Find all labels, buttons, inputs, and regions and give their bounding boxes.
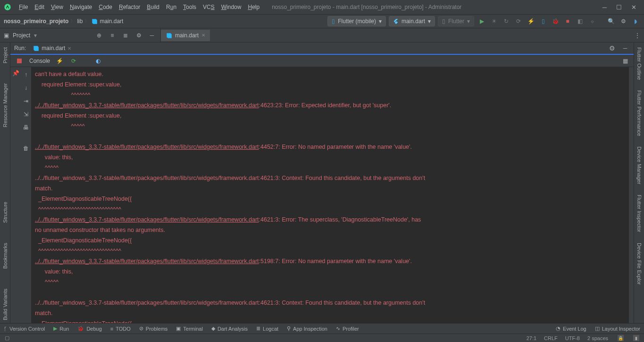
- tool-logcat[interactable]: ≣Logcat: [256, 325, 278, 332]
- tool-todo[interactable]: ≡TODO: [110, 326, 131, 332]
- lock-icon[interactable]: 🔒: [618, 335, 624, 341]
- status-position[interactable]: 27:1: [527, 335, 536, 341]
- status-encoding[interactable]: UTF-8: [565, 335, 580, 341]
- stop-button[interactable]: ■: [563, 17, 572, 26]
- close-icon[interactable]: ✕: [67, 46, 71, 51]
- tab-flutter-outline[interactable]: Flutter Outline: [636, 44, 642, 83]
- tab-structure[interactable]: Structure: [2, 199, 8, 226]
- git-button[interactable]: ◧: [575, 17, 585, 26]
- tool-dart-analysis[interactable]: ◆Dart Analysis: [211, 325, 248, 332]
- tab-flutter-inspector[interactable]: Flutter Inspector: [636, 192, 642, 235]
- tab-resource-manager[interactable]: Resource Manager: [2, 80, 8, 130]
- maximize-button[interactable]: ☐: [616, 4, 622, 11]
- expand-all-icon[interactable]: ≡: [108, 31, 117, 40]
- tab-bookmarks[interactable]: Bookmarks: [2, 240, 8, 272]
- tab-device-file-explorer[interactable]: Device File Explor: [636, 240, 642, 288]
- flutter-attach-selector[interactable]: ▯ Flutter ▾: [438, 16, 474, 26]
- tab-device-manager[interactable]: Device Manager: [636, 144, 642, 187]
- menu-build[interactable]: Build: [144, 2, 162, 12]
- open-devtools-icon[interactable]: ◐: [93, 56, 103, 66]
- menu-refactor[interactable]: Refactor: [116, 2, 143, 12]
- breadcrumb-project[interactable]: nosso_primeiro_projeto: [4, 18, 68, 25]
- hide-icon[interactable]: ─: [147, 31, 157, 40]
- layout-settings-icon[interactable]: ▦: [620, 56, 630, 66]
- select-opened-file-icon[interactable]: ⊕: [94, 31, 104, 40]
- minimize-button[interactable]: ─: [602, 4, 607, 11]
- chevron-down-icon[interactable]: ▾: [34, 32, 37, 39]
- attach-debugger-button[interactable]: ▯: [538, 17, 548, 26]
- status-eol[interactable]: CRLF: [544, 335, 558, 341]
- svg-point-0: [4, 4, 10, 10]
- console-output[interactable]: can't have a default value. required Ele…: [31, 67, 629, 323]
- sync-button[interactable]: ⟐: [587, 17, 597, 26]
- menu-window[interactable]: Window: [218, 2, 244, 12]
- collapse-all-icon[interactable]: ≣: [121, 31, 130, 40]
- pin-icon[interactable]: 📌: [12, 70, 19, 77]
- warning-icon: ⊘: [139, 325, 143, 332]
- clear-icon[interactable]: 🗑: [21, 144, 31, 153]
- dart-file-icon: [33, 45, 39, 51]
- profile-avatar[interactable]: ◗: [631, 17, 640, 26]
- stop-process-button[interactable]: [17, 59, 22, 63]
- close-button[interactable]: ✕: [631, 4, 636, 11]
- memory-indicator[interactable]: ▮: [633, 335, 639, 341]
- search-button[interactable]: 🔍: [606, 17, 616, 26]
- tool-event-log[interactable]: ◔Event Log: [556, 325, 586, 332]
- menu-help[interactable]: Help: [245, 2, 262, 12]
- tab-build-variants[interactable]: Build Variants: [2, 286, 8, 323]
- tool-layout-inspector[interactable]: ◫Layout Inspector: [595, 325, 640, 332]
- terminal-icon: ▣: [176, 325, 181, 332]
- breadcrumb-folder[interactable]: lib: [77, 18, 83, 25]
- logcat-icon: ≣: [256, 325, 260, 332]
- tool-profiler[interactable]: ∿Profiler: [336, 325, 359, 332]
- tool-version-control[interactable]: ᚶVersion Control: [4, 326, 45, 332]
- tab-flutter-performance[interactable]: Flutter Performance: [636, 87, 642, 139]
- hot-reload-icon[interactable]: ⚡: [55, 56, 64, 66]
- menu-view[interactable]: View: [48, 2, 66, 12]
- settings-icon[interactable]: ⚙: [134, 31, 143, 40]
- hide-icon[interactable]: ─: [620, 43, 630, 53]
- device-selector[interactable]: ▯ Flutter (mobile) ▾: [327, 16, 386, 26]
- up-icon[interactable]: ↑: [21, 70, 31, 79]
- down-icon[interactable]: ↓: [21, 83, 31, 93]
- soft-wrap-icon[interactable]: ⇥: [21, 96, 31, 106]
- menu-file[interactable]: File: [16, 2, 31, 12]
- settings-icon[interactable]: ⚙: [607, 43, 617, 53]
- more-icon[interactable]: ⋮: [635, 31, 644, 40]
- tool-debug[interactable]: 🐞Debug: [77, 325, 101, 332]
- menu-navigate[interactable]: Navigate: [67, 2, 95, 12]
- hot-restart-icon[interactable]: ⟳: [69, 56, 78, 66]
- profile-button[interactable]: ⟳: [514, 17, 523, 26]
- coverage-button[interactable]: ↻: [502, 17, 511, 26]
- status-showpanel[interactable]: ▢: [5, 335, 9, 341]
- breadcrumb-file[interactable]: main.dart: [100, 18, 123, 25]
- scrollbar[interactable]: [629, 67, 634, 323]
- run-tab-main[interactable]: main.dart ✕: [30, 43, 74, 53]
- debug-button[interactable]: ☀: [489, 17, 499, 26]
- tool-app-inspection[interactable]: ⚲App Inspection: [287, 325, 327, 332]
- status-indent[interactable]: 2 spaces: [587, 335, 608, 341]
- close-icon[interactable]: ✕: [201, 33, 205, 38]
- hot-reload-button[interactable]: ⚡: [526, 17, 535, 26]
- tool-problems[interactable]: ⊘Problems: [139, 325, 167, 332]
- run-config-selector[interactable]: main.dart ▾: [389, 16, 435, 26]
- editor-tab-main[interactable]: main.dart ✕: [161, 30, 210, 41]
- android-debug-button[interactable]: 🐞: [551, 17, 560, 26]
- settings-button[interactable]: ⚙: [619, 17, 628, 26]
- tool-terminal[interactable]: ▣Terminal: [176, 325, 203, 332]
- tool-run[interactable]: ▶Run: [53, 325, 69, 332]
- menu-tools[interactable]: Tools: [180, 2, 199, 12]
- menu-edit[interactable]: Edit: [32, 2, 47, 12]
- print-icon[interactable]: 🖶: [21, 123, 31, 132]
- status-bar: ▢ 27:1 CRLF UTF-8 2 spaces 🔒 ▮: [0, 333, 644, 342]
- run-button[interactable]: ▶: [477, 17, 486, 26]
- menu-code[interactable]: Code: [96, 2, 115, 12]
- scroll-end-icon[interactable]: ⇲: [21, 110, 31, 119]
- console-tab[interactable]: Console: [29, 58, 50, 64]
- tab-project[interactable]: Project: [2, 44, 8, 66]
- bug-icon: 🐞: [77, 325, 84, 332]
- menu-vcs[interactable]: VCS: [200, 2, 217, 12]
- project-title[interactable]: Project: [13, 32, 30, 39]
- menu-run[interactable]: Run: [163, 2, 179, 12]
- list-icon: ≡: [110, 326, 113, 332]
